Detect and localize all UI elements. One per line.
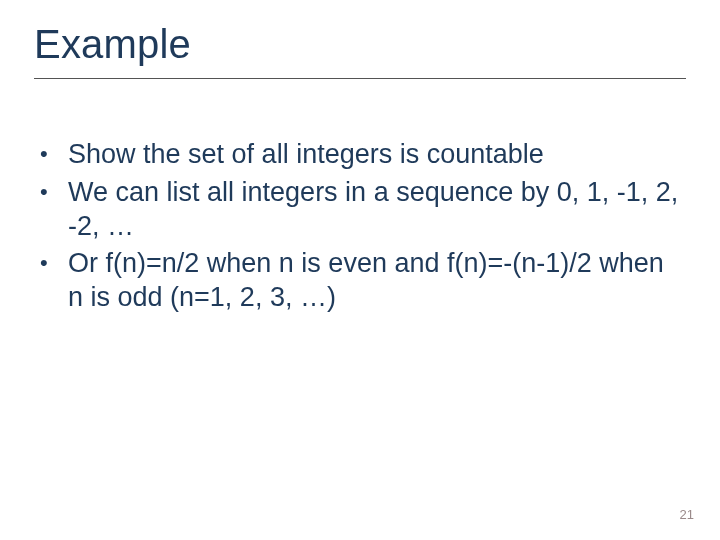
bullet-marker-icon: • xyxy=(40,247,68,279)
bullet-item: • We can list all integers in a sequence… xyxy=(40,176,680,244)
bullet-marker-icon: • xyxy=(40,138,68,170)
bullet-item: • Or f(n)=n/2 when n is even and f(n)=-(… xyxy=(40,247,680,315)
title-underline xyxy=(34,78,686,79)
bullet-item: • Show the set of all integers is counta… xyxy=(40,138,680,172)
bullet-text: We can list all integers in a sequence b… xyxy=(68,176,680,244)
bullet-marker-icon: • xyxy=(40,176,68,208)
slide-title: Example xyxy=(34,22,191,67)
slide-body: • Show the set of all integers is counta… xyxy=(40,138,680,319)
slide: Example • Show the set of all integers i… xyxy=(0,0,720,540)
bullet-text: Or f(n)=n/2 when n is even and f(n)=-(n-… xyxy=(68,247,680,315)
page-number: 21 xyxy=(680,507,694,522)
bullet-text: Show the set of all integers is countabl… xyxy=(68,138,680,172)
